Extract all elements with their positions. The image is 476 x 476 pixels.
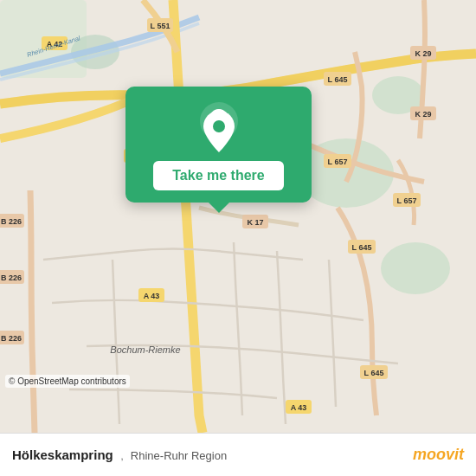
svg-text:K 29: K 29 (415, 110, 431, 119)
popup-card: Take me there (125, 87, 312, 203)
svg-point-2 (381, 242, 450, 294)
svg-text:L 645: L 645 (328, 75, 348, 84)
moovit-logo: moovit (413, 446, 464, 464)
svg-text:Bochum-Riemke: Bochum-Riemke (110, 344, 180, 355)
svg-text:L 657: L 657 (397, 196, 417, 205)
bottom-bar: Hölkeskampring , Rhine-Ruhr Region moovi… (0, 433, 476, 476)
svg-text:A 43: A 43 (291, 403, 307, 412)
svg-text:K 17: K 17 (247, 218, 263, 227)
take-me-there-button[interactable]: Take me there (153, 161, 283, 190)
map-container: A 42 A 42 A 43 A 43 L 551 L 645 L 645 L … (0, 0, 476, 433)
attribution: © OpenStreetMap contributors (5, 375, 130, 388)
location-region: Rhine-Ruhr Region (131, 449, 227, 462)
svg-text:L 551: L 551 (151, 22, 170, 30)
svg-text:L 657: L 657 (328, 158, 348, 166)
map-svg: A 42 A 42 A 43 A 43 L 551 L 645 L 645 L … (0, 0, 476, 433)
svg-text:B 226: B 226 (1, 334, 22, 343)
svg-text:L 645: L 645 (364, 369, 384, 377)
location-name: Hölkeskampring (12, 447, 113, 462)
location-pin-icon-v2 (202, 111, 236, 154)
moovit-logo-text: moovit (413, 446, 464, 464)
svg-point-43 (213, 120, 225, 132)
svg-text:B 226: B 226 (1, 217, 22, 226)
svg-text:K 29: K 29 (415, 49, 431, 58)
svg-text:A 43: A 43 (144, 292, 160, 300)
svg-text:B 226: B 226 (1, 273, 22, 282)
svg-text:L 645: L 645 (352, 243, 372, 252)
location-info: Hölkeskampring , Rhine-Ruhr Region (12, 447, 227, 463)
